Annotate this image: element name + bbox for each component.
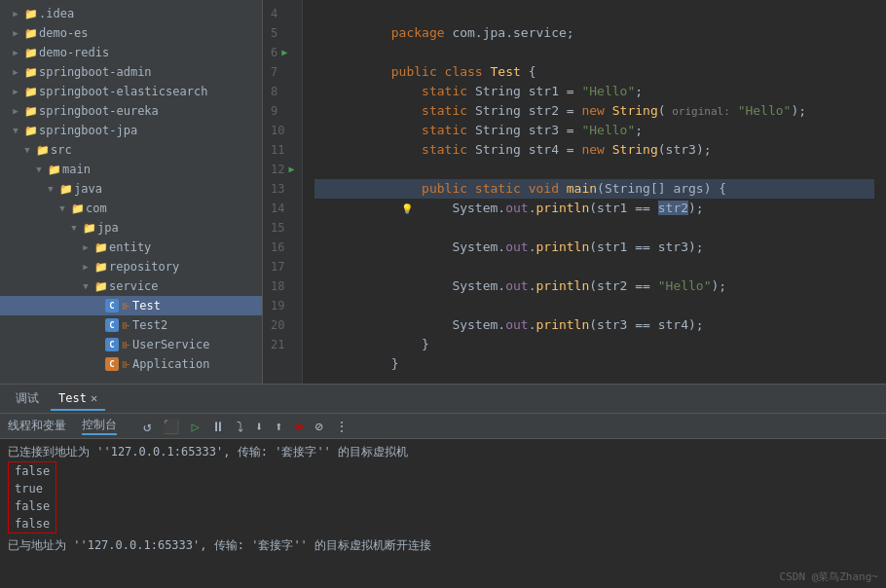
code-area: 4 5 6▶ 7 8 9 10 11 12▶ 13 14 15 16 17 18… [263, 0, 886, 384]
console-line-connect: 已连接到地址为 ''127.0.0.1:65333', 传输: '套接字'' 的… [8, 443, 878, 460]
collapse-arrow: ▼ [19, 142, 35, 158]
sidebar-item-java[interactable]: ▼ 📁 java [0, 179, 262, 199]
class-icon: C [105, 357, 119, 371]
collapse-arrow: ▶ [78, 239, 93, 255]
item-label: UserService [132, 338, 209, 351]
sidebar-item-main[interactable]: ▼ 📁 main [0, 160, 262, 179]
item-label: jpa [97, 221, 119, 235]
debug-toolbar: ↺ ⬛ ▷ ⏸ ⤵ ⬇ ⬆ ⊗ ⊘ ⋮ [140, 417, 351, 436]
class-icon: C [105, 338, 119, 351]
sidebar-item-jpa[interactable]: ▼ 📁 jpa [0, 218, 262, 238]
folder-icon: 📁 [93, 239, 109, 255]
folder-icon: 📁 [82, 220, 97, 236]
stop-btn[interactable]: ⬛ [160, 417, 182, 436]
folder-icon: 📁 [93, 259, 109, 275]
sidebar-item-repository[interactable]: ▶ 📁 repository [0, 257, 262, 276]
collapse-arrow: ▼ [43, 181, 58, 197]
folder-icon: 📁 [70, 201, 86, 216]
console-output: 已连接到地址为 ''127.0.0.1:65333', 传输: '套接字'' 的… [0, 439, 886, 588]
collapse-arrow: ▶ [8, 45, 23, 60]
code-editor[interactable]: 4 5 6▶ 7 8 9 10 11 12▶ 13 14 15 16 17 18… [263, 0, 886, 384]
spacer [90, 317, 105, 333]
sidebar-item-entity[interactable]: ▶ 📁 entity [0, 238, 262, 257]
step-over-btn[interactable]: ⤵ [234, 417, 246, 436]
item-label: springboot-admin [39, 65, 152, 79]
csdn-watermark: CSDN @菜鸟Zhang~ [780, 570, 878, 584]
sidebar-item-idea[interactable]: ▶ 📁 .idea [0, 4, 262, 23]
pause-btn[interactable]: ⏸ [208, 417, 228, 436]
sidebar-item-demo-redis[interactable]: ▶ 📁 demo-redis [0, 43, 262, 62]
folder-icon: 📁 [23, 45, 39, 60]
debug-label[interactable]: 调试 [8, 386, 47, 411]
code-line-17: System.out.println(str2 == "Hello"); [314, 257, 874, 276]
item-label: com [86, 202, 107, 215]
console-output-block: false true false false [8, 461, 56, 533]
resume-btn[interactable]: ▷ [188, 417, 202, 436]
debug-tabs-bar: 调试 Test ✕ [0, 385, 886, 414]
test-marker: ⊪ [122, 359, 130, 370]
step-into-btn[interactable]: ⬇ [252, 417, 266, 436]
spacer [90, 356, 105, 372]
code-line-12: public static void main(String[] args) {… [314, 160, 874, 179]
sidebar-item-demo-es[interactable]: ▶ 📁 demo-es [0, 23, 262, 43]
sidebar-item-UserService[interactable]: C ⊪ UserService [0, 335, 262, 354]
collapse-arrow: ▶ [8, 103, 23, 119]
collapse-arrow: ▼ [31, 162, 47, 177]
collapse-arrow: ▶ [8, 6, 23, 21]
more-btn[interactable]: ⋮ [332, 417, 351, 436]
sidebar-item-service[interactable]: ▼ 📁 service [0, 276, 262, 296]
main-area: ▶ 📁 .idea ▶ 📁 demo-es ▶ 📁 demo-redis ▶ 📁… [0, 0, 886, 384]
item-label: entity [109, 240, 151, 254]
folder-icon: 📁 [23, 64, 39, 80]
threads-section-tab[interactable]: 线程和变量 [8, 418, 66, 434]
debug-tab-test[interactable]: Test ✕ [51, 387, 105, 411]
collapse-arrow: ▶ [8, 25, 23, 41]
item-label: main [62, 163, 91, 176]
item-label: springboot-eureka [39, 104, 159, 118]
console-line-disconnect: 已与地址为 ''127.0.0.1:65333', 传输: '套接字'' 的目标… [8, 536, 878, 554]
class-icon: C [105, 299, 119, 312]
sidebar-item-Test2[interactable]: C ⊪ Test2 [0, 315, 262, 335]
test-marker: ⊪ [122, 340, 130, 350]
item-label: Application [132, 357, 209, 371]
spacer [90, 337, 105, 352]
collapse-arrow: ▼ [8, 123, 23, 138]
sidebar-item-src[interactable]: ▼ 📁 src [0, 140, 262, 160]
restart-btn[interactable]: ↺ [140, 417, 154, 436]
file-tree[interactable]: ▶ 📁 .idea ▶ 📁 demo-es ▶ 📁 demo-redis ▶ 📁… [0, 0, 263, 384]
mute-btn[interactable]: ⊗ [292, 417, 306, 436]
sidebar-item-springboot-admin[interactable]: ▶ 📁 springboot-admin [0, 62, 262, 82]
collapse-arrow: ▼ [66, 220, 82, 236]
folder-icon: 📁 [47, 162, 62, 177]
sidebar-item-Application[interactable]: C ⊪ Application [0, 354, 262, 374]
collapse-arrow: ▼ [78, 278, 93, 294]
sidebar-item-springboot-elasticsearch[interactable]: ▶ 📁 springboot-elasticsearch [0, 82, 262, 101]
sidebar-item-springboot-eureka[interactable]: ▶ 📁 springboot-eureka [0, 101, 262, 121]
clear-btn[interactable]: ⊘ [312, 417, 325, 436]
sidebar-item-Test[interactable]: C ⊪ Test [0, 296, 262, 315]
step-out-btn[interactable]: ⬆ [272, 417, 285, 436]
item-label: springboot-elasticsearch [39, 85, 207, 98]
sidebar-item-springboot-jpa[interactable]: ▼ 📁 springboot-jpa [0, 121, 262, 140]
item-label: .idea [39, 7, 74, 20]
item-label: springboot-jpa [39, 124, 137, 137]
collapse-arrow: ▶ [8, 64, 23, 80]
item-label: java [74, 182, 102, 196]
tab-close-icon[interactable]: ✕ [91, 391, 97, 405]
section-tabs: 线程和变量 控制台 ↺ ⬛ ▷ ⏸ ⤵ ⬇ ⬆ ⊗ ⊘ ⋮ [0, 414, 886, 439]
folder-icon: 📁 [23, 6, 39, 21]
console-line-true: true [15, 480, 50, 497]
code-line-6: public class Test { [314, 43, 874, 62]
code-lines[interactable]: package com.jpa.service; public class Te… [303, 0, 886, 384]
tab-label: Test [58, 391, 87, 405]
sidebar-item-com[interactable]: ▼ 📁 com [0, 199, 262, 218]
collapse-arrow: ▼ [55, 201, 70, 216]
item-label: Test [132, 299, 161, 312]
item-label: service [109, 279, 159, 293]
bottom-panel: 调试 Test ✕ 线程和变量 控制台 ↺ ⬛ ▷ ⏸ ⤵ ⬇ ⬆ ⊗ ⊘ ⋮ … [0, 384, 886, 588]
item-label: demo-es [39, 26, 89, 40]
console-section-tab[interactable]: 控制台 [82, 417, 117, 435]
code-line-4: package com.jpa.service; [314, 4, 874, 23]
folder-icon: 📁 [93, 278, 109, 294]
collapse-arrow: ▶ [8, 84, 23, 99]
